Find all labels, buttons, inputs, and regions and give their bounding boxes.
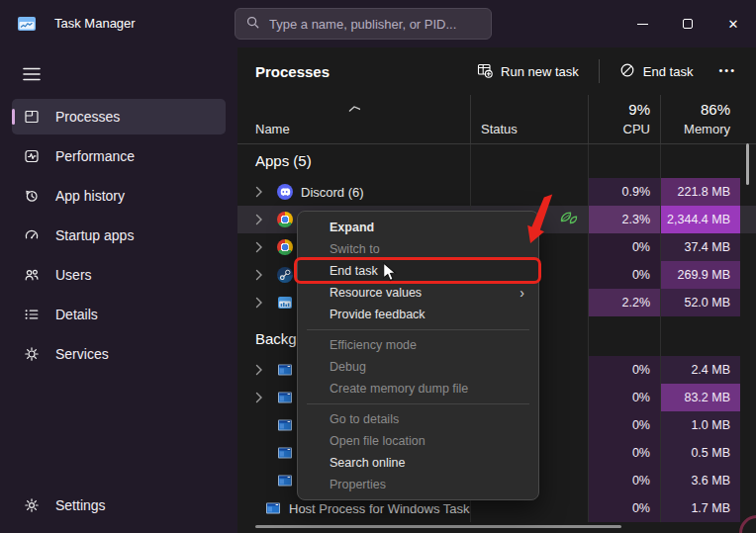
sidebar-item-users[interactable]: Users — [12, 257, 226, 293]
expand-chevron-icon[interactable] — [255, 297, 267, 309]
task-manager-window: Task Manager ✕ Processes — [0, 0, 756, 533]
sidebar-item-details[interactable]: Details — [12, 297, 226, 332]
memory-cell: 37.4 MB — [661, 233, 740, 261]
memory-cell: 269.9 MB — [661, 261, 740, 289]
expand-chevron-icon[interactable] — [255, 269, 267, 281]
sidebar-item-label: Startup apps — [55, 227, 134, 243]
annotation-arrow — [515, 192, 562, 257]
name-cell: Discord (6) — [237, 178, 471, 206]
performance-icon — [24, 148, 40, 164]
memory-cell: 2,344.4 MB — [661, 206, 740, 233]
sidebar-item-app-history[interactable]: App history — [12, 178, 226, 214]
memory-cell: 2.4 MB — [661, 356, 740, 384]
steam-icon — [277, 267, 293, 283]
window-icon — [277, 362, 293, 378]
expand-chevron-icon[interactable] — [255, 364, 267, 376]
process-row[interactable]: Discord (6)0.9%221.8 MB — [237, 178, 756, 206]
column-header-name[interactable]: Name — [237, 95, 471, 143]
sidebar-item-label: Users — [55, 267, 92, 283]
menu-item-search-online[interactable]: Search online — [298, 452, 538, 474]
window-title: Task Manager — [54, 16, 136, 31]
empty-cell — [471, 144, 589, 178]
memory-cell: 52.0 MB — [661, 289, 740, 316]
sidebar: Processes Performance App history Startu… — [0, 47, 237, 533]
expand-chevron-icon[interactable] — [255, 392, 267, 403]
cpu-cell: 0% — [589, 384, 661, 411]
memory-cell: 1.0 MB — [661, 411, 740, 439]
search-box[interactable] — [235, 8, 492, 40]
minimize-button[interactable] — [619, 0, 665, 47]
more-options-button[interactable]: ••• — [709, 58, 746, 85]
sidebar-item-label: Processes — [55, 109, 120, 125]
column-header-cpu[interactable]: 9% CPU — [589, 95, 661, 143]
memory-cell: 221.8 MB — [661, 178, 740, 206]
end-task-button[interactable]: End task — [610, 56, 704, 87]
run-new-task-icon — [477, 62, 493, 81]
maximize-button[interactable] — [665, 0, 710, 47]
table-header: Name Status 9% CPU 86% Memory — [237, 95, 756, 144]
sidebar-item-settings[interactable]: Settings — [12, 488, 226, 523]
cpu-cell: 0% — [589, 233, 661, 261]
expand-chevron-icon[interactable] — [255, 214, 267, 225]
cpu-cell: 0% — [589, 261, 661, 289]
menu-item-create-memory-dump-file: Create memory dump file — [298, 378, 538, 400]
run-new-task-button[interactable]: Run new task — [467, 56, 589, 87]
menu-toggle-button[interactable] — [14, 59, 49, 89]
sidebar-item-label: Performance — [55, 148, 135, 164]
horizontal-scrollbar[interactable] — [237, 522, 756, 533]
window-icon — [277, 473, 293, 489]
sidebar-item-processes[interactable]: Processes — [12, 99, 226, 134]
discord-icon — [277, 184, 293, 200]
menu-item-provide-feedback[interactable]: Provide feedback — [298, 304, 538, 325]
end-task-label: End task — [643, 64, 694, 79]
sidebar-item-label: Details — [55, 307, 98, 322]
sidebar-item-startup-apps[interactable]: Startup apps — [12, 218, 226, 253]
taskmgr-icon — [277, 295, 293, 311]
expand-chevron-icon[interactable] — [255, 186, 267, 198]
mouse-cursor — [382, 262, 397, 287]
window-icon — [277, 417, 293, 433]
menu-separator — [307, 403, 529, 404]
menu-item-expand[interactable]: Expand — [298, 217, 538, 238]
sidebar-item-label: Services — [55, 346, 109, 362]
menu-item-open-file-location: Open file location — [298, 430, 538, 452]
process-name: Discord (6) — [301, 185, 364, 200]
memory-cell: 0.5 MB — [661, 439, 740, 467]
cog-icon — [24, 346, 40, 362]
menu-item-end-task[interactable]: End task — [298, 260, 538, 282]
empty-cell — [661, 144, 740, 178]
horizontal-scrollbar-thumb[interactable] — [255, 525, 621, 528]
memory-cell: 83.2 MB — [661, 384, 740, 411]
titlebar: Task Manager ✕ — [0, 0, 756, 47]
memory-cell: 1.7 MB — [661, 494, 740, 522]
search-icon — [245, 15, 260, 34]
column-header-memory[interactable]: 86% Memory — [661, 95, 740, 143]
sidebar-item-performance[interactable]: Performance — [12, 138, 226, 174]
menu-item-resource-values[interactable]: Resource values› — [298, 282, 538, 304]
sidebar-item-label: Settings — [55, 497, 106, 513]
expand-chevron-icon[interactable] — [255, 241, 267, 253]
close-icon: ✕ — [728, 18, 739, 31]
chrome-icon — [277, 212, 293, 227]
toolbar-divider — [599, 59, 600, 83]
page-title: Processes — [255, 63, 330, 80]
vertical-scrollbar-thumb[interactable] — [746, 143, 749, 185]
memory-cell: 3.6 MB — [661, 467, 740, 494]
history-icon — [24, 188, 40, 204]
menu-item-go-to-details: Go to details — [298, 408, 538, 430]
search-input[interactable] — [269, 17, 481, 32]
column-header-status[interactable]: Status — [471, 95, 589, 143]
group-label: Apps (5) — [237, 144, 470, 178]
sidebar-item-services[interactable]: Services — [12, 336, 226, 372]
selection-accent — [12, 109, 15, 125]
vertical-scrollbar[interactable] — [740, 95, 756, 521]
context-menu: ExpandSwitch toEnd taskResource values›P… — [297, 211, 539, 500]
processes-icon — [24, 109, 40, 125]
gear-icon — [24, 497, 40, 513]
group-header[interactable]: Apps (5) — [237, 144, 756, 178]
hamburger-icon — [23, 67, 41, 81]
close-button[interactable]: ✕ — [710, 0, 756, 47]
end-task-icon — [619, 62, 635, 81]
window-icon — [277, 390, 293, 405]
menu-item-switch-to: Switch to — [298, 238, 538, 260]
